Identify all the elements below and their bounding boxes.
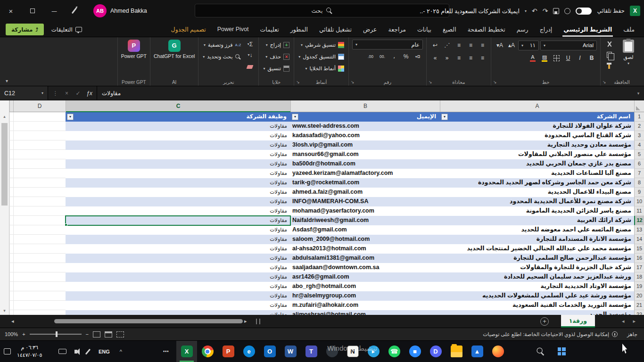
row-header-14[interactable]: 14 [634, 235, 644, 244]
underline-button[interactable]: U [563, 54, 573, 63]
cell-B1[interactable]: ▾الإيميل [290, 112, 440, 122]
cell-D14[interactable] [13, 235, 66, 244]
cell-B18[interactable]: asr1426@gmail.com [290, 272, 440, 282]
search-input[interactable]: بحث [195, 4, 449, 17]
cut-button[interactable] [604, 40, 614, 49]
cell-C11[interactable]: مقاولات [66, 206, 290, 216]
hscroll-left-icon[interactable]: ◂ [11, 319, 14, 324]
cell-B8[interactable]: tarik-g@rocketmail.com [290, 178, 440, 188]
cell-D7[interactable] [13, 169, 66, 178]
fill-handle[interactable] [65, 223, 67, 226]
cell-C10[interactable]: مقاولات [66, 197, 290, 206]
ribbon-tab-بيانات[interactable]: بيانات [412, 22, 437, 37]
font-size-combo[interactable]: ١١ ▾ [518, 41, 539, 50]
cell-C4[interactable]: مقاولات [66, 140, 290, 150]
cell-D13[interactable] [13, 225, 66, 235]
cell-D4[interactable] [13, 140, 66, 150]
cell-A17[interactable]: شركة خيال الجزيرة للتجارة والمقاولات [440, 263, 634, 272]
cell-A4[interactable]: مؤسسة معادن وحديد التجارية [440, 140, 634, 150]
cell-D8[interactable] [13, 178, 66, 188]
column-header-D[interactable]: D [13, 100, 66, 112]
ribbon-tab-رسم[interactable]: رسم [511, 22, 534, 37]
ribbon-tab-الشريط الرئيسي[interactable]: الشريط الرئيسي [558, 22, 618, 37]
format-painter-button[interactable] [604, 61, 614, 70]
copy-button[interactable] [604, 50, 614, 59]
cell-C16[interactable]: مقاولات [66, 254, 290, 263]
fill-button[interactable]: ↓▾ [245, 50, 255, 59]
page-layout-view-icon[interactable] [105, 331, 112, 337]
column-header-E[interactable] [9, 100, 13, 112]
taskbar-app-photos[interactable]: ▲ [467, 341, 487, 362]
cell-D12[interactable] [13, 216, 66, 225]
cell-A7[interactable]: مصنع آلبا للصناعات الحديدية [440, 169, 634, 178]
new-sheet-button[interactable]: + [540, 317, 549, 326]
cells-item-1[interactable]: إدراج▾ [262, 40, 290, 50]
cell-B15[interactable]: al-ahsa2013@hotmail.com [290, 244, 440, 254]
cell-C3[interactable]: مقاولات [66, 131, 290, 140]
cell-C7[interactable]: مقاولات [66, 169, 290, 178]
hidden-icons-chevron[interactable]: ^ [120, 349, 122, 354]
start-button[interactable] [551, 341, 572, 362]
cancel-entry-icon[interactable]: × [62, 90, 72, 97]
insert-function-icon[interactable]: ƒx [84, 90, 94, 97]
row-header-8[interactable]: 8 [634, 178, 644, 188]
cell-D9[interactable] [13, 188, 66, 197]
cell-C6[interactable]: مقاولات [66, 159, 290, 169]
cell-B7[interactable]: yazeed.kerizam@alamatfactory.com [290, 169, 440, 178]
save-icon[interactable] [553, 8, 559, 14]
taskbar-app-explorer[interactable] [446, 341, 467, 362]
dialog-launcher-icon[interactable]: ↘ [351, 80, 355, 84]
ribbon-tab-عرض[interactable]: عرض [357, 22, 382, 37]
cell-A11[interactable]: مصنع ياسر للخزائن الحديدية المامونة [440, 206, 634, 216]
select-all-corner[interactable] [634, 100, 644, 112]
windows-ink-icon[interactable] [85, 348, 91, 354]
cell-A13[interactable]: مصنع المائسه علي احمد معوضه للحديد [440, 225, 634, 235]
column-header-C[interactable]: C [66, 100, 290, 112]
shrink-font-button[interactable]: A▾ [495, 41, 505, 50]
comma-style-button[interactable]: ، [389, 52, 399, 61]
cell-D10[interactable] [13, 197, 66, 206]
cell-D21[interactable] [13, 301, 66, 310]
orientation-icon[interactable]: ⋱ [442, 41, 452, 50]
font-color-button[interactable]: A [528, 54, 538, 63]
hscroll-right-icon[interactable]: ▸ [244, 319, 247, 324]
cell-A10[interactable]: شركة مصنع نمره للأعمال الحديدية المحدود [440, 197, 634, 206]
cell-B14[interactable]: saloom_2009@hotmail.com [290, 235, 440, 244]
row-header-15[interactable]: 15 [634, 244, 644, 254]
autosum-button[interactable]: Σ▾ [245, 40, 255, 49]
scrollbar-resize-grip[interactable] [256, 319, 260, 324]
ribbon-tab-مراجعة[interactable]: مراجعة [382, 22, 412, 37]
sheet-tab-active[interactable]: ورقة١ [561, 315, 595, 328]
zoom-out-button[interactable]: − [86, 331, 89, 337]
align-right-icon[interactable]: ≡ [477, 54, 487, 63]
clear-button[interactable] [245, 61, 255, 70]
cell-C13[interactable]: مقاولات [66, 225, 290, 235]
ribbon-tab-الصيغ[interactable]: الصيغ [437, 22, 462, 37]
document-title[interactable]: ايميلات الشركات السعودية للعام ٢٠٢٥ -.. [420, 8, 520, 15]
cell-D3[interactable] [13, 131, 66, 140]
zoom-in-button[interactable]: + [22, 331, 25, 337]
taskbar-app-outlook[interactable]: O [259, 341, 280, 362]
cell-C18[interactable]: مقاولات [66, 272, 290, 282]
cell-B22[interactable]: alimoshragi@hotmail.com [290, 310, 440, 315]
cell-C19[interactable]: مقاولات [66, 282, 290, 291]
cell-C22[interactable]: مقاولات [66, 310, 290, 315]
cell-B5[interactable]: mansour66@gmail.com [290, 150, 440, 159]
column-header-B[interactable]: B [290, 100, 440, 112]
cell-B2[interactable]: www.steel-address.com [290, 122, 440, 131]
collapse-ribbon-icon[interactable]: ▾ [6, 78, 8, 83]
cell-D1[interactable] [13, 112, 66, 122]
accounting-format-button[interactable]: ¤▾ [413, 52, 423, 61]
taskbar-app-firefox[interactable] [487, 341, 508, 362]
chatgpt-for-excel-button[interactable]: G ChatGPT for Excel [154, 40, 195, 59]
increase-decimal-button[interactable]: .00 [377, 52, 388, 61]
speaker-icon[interactable] [74, 350, 77, 354]
row-header-13[interactable]: 13 [634, 225, 644, 235]
editing-item-1[interactable]: فرز وتصفية▾ [202, 40, 242, 50]
editing-item-2[interactable]: بحث وتحديد▾ [202, 51, 242, 62]
styles-item-3[interactable]: أنماط الخلايا▾ [297, 63, 345, 74]
cell-A16[interactable]: مؤسسة عبدالرحمن صالح السلمي للتجارة [440, 254, 634, 263]
taskbar-app-whatsapp[interactable]: ☎ [384, 341, 405, 362]
cell-B4[interactable]: 3losh.vip@gmail.com [290, 140, 440, 150]
cell-A1[interactable]: ▾اسم الشركة [440, 112, 634, 122]
